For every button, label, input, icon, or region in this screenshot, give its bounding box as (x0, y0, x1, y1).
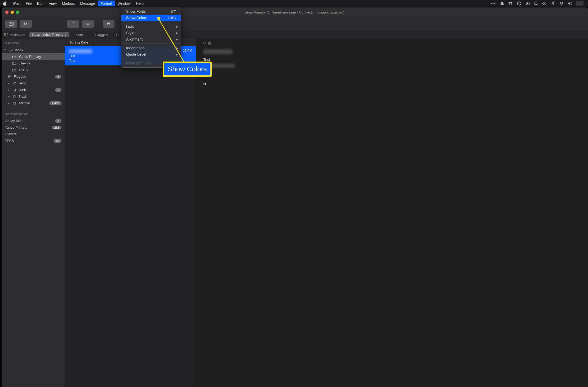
menubar[interactable]: Mail File Edit View Mailbox Message Form… (0, 0, 588, 7)
menu-style[interactable]: Style▶ (121, 30, 181, 36)
count-badge: 232 (52, 126, 61, 129)
menu-format[interactable]: Format (98, 1, 115, 6)
inbox-selector[interactable]: Inbox - Yahoo Primary ⌄ (29, 32, 70, 37)
status-dots-icon[interactable]: ••• (490, 1, 496, 6)
count-badge: 9 (55, 119, 61, 123)
menu-app[interactable]: Mail (11, 1, 23, 6)
sidebar-lifewire[interactable]: Lifewire (2, 60, 65, 67)
traffic-lights (5, 11, 19, 14)
menu-item-label: Show Fonts (126, 9, 146, 14)
preview-subject: Test (203, 58, 581, 62)
sidebar-flagged[interactable]: Flagged 6 (2, 73, 65, 80)
disclosure-triangle-icon[interactable]: ▶ (7, 82, 10, 85)
disclosure-triangle-icon[interactable]: ▼ (4, 49, 6, 51)
menu-file[interactable]: File (23, 1, 34, 6)
smart-lifewire[interactable]: Lifewire (2, 131, 65, 137)
menu-help[interactable]: Help (133, 1, 146, 6)
wifi-icon[interactable] (559, 1, 564, 6)
menu-item-label: Lists (126, 24, 134, 29)
junk-icon (12, 88, 16, 92)
menu-view[interactable]: View (46, 1, 59, 6)
time-machine-icon[interactable] (542, 1, 547, 6)
preview-to: To: (203, 64, 581, 68)
unread-indicator[interactable]: ad (203, 41, 211, 45)
submenu-arrow-icon: ▶ (176, 31, 178, 35)
submenu-arrow-icon: ▶ (176, 46, 178, 50)
menu-indentation[interactable]: Indentation▶ (121, 45, 181, 51)
sidebar-item-label: Yahoo Primary (5, 125, 50, 129)
disclosure-triangle-icon[interactable]: ▶ (7, 95, 10, 98)
junk-button[interactable] (82, 20, 94, 28)
fav-flagged[interactable]: Flagged (93, 32, 110, 38)
get-mail-button[interactable] (5, 20, 17, 28)
disclosure-triangle-icon[interactable]: ▶ (7, 102, 10, 105)
svg-rect-9 (5, 33, 8, 36)
minimize-window-button[interactable] (11, 11, 14, 14)
sidebar-item-label: Yahoo Primary (19, 55, 61, 59)
compose-button[interactable] (20, 20, 32, 28)
sidebar-inbox[interactable]: ▼ Inbox (2, 47, 65, 53)
zoom-window-button[interactable] (16, 11, 19, 14)
apple-logo-icon[interactable] (3, 1, 7, 6)
titlebar: ahoo Primary (1 filtered message - Conne… (2, 7, 588, 17)
menu-item-label: Style (126, 31, 134, 35)
folder-icon (12, 68, 16, 72)
menu-separator (121, 44, 181, 44)
sidebar: Mailboxes ▼ Inbox Yahoo Primary Lifewire… (2, 39, 65, 387)
sidebar-item-label: Archive (19, 101, 47, 105)
disclosure-triangle-icon[interactable]: ▶ (7, 88, 10, 91)
sidebar-tpcs[interactable]: TPCS (2, 67, 65, 73)
mailboxes-toggle[interactable]: Mailboxes (4, 33, 25, 37)
chevron-down-icon: ⌄ (90, 41, 92, 44)
menu-shortcut: ⌘T (170, 10, 176, 14)
notification-icon[interactable] (500, 1, 505, 6)
message-preview-pane: ad Test To: st (196, 39, 588, 387)
count-badge: 7,430 (49, 101, 61, 105)
menu-item-label: Alignment (126, 37, 143, 41)
delete-button[interactable] (67, 20, 79, 28)
sidebar-sent[interactable]: ▶ Sent (2, 80, 65, 86)
sidebar-junk[interactable]: ▶ Junk 6 (2, 86, 65, 93)
smart-on-my-mac[interactable]: On My Mac9 (2, 118, 65, 124)
menu-show-colors[interactable]: Show Colors⇧⌘C (121, 15, 181, 21)
smart-tpcs[interactable]: TPCS46 (2, 137, 65, 144)
cloud-upload-icon[interactable] (525, 1, 530, 6)
archive-button[interactable] (103, 20, 114, 28)
svg-rect-8 (108, 23, 110, 25)
menu-shortcut: ⇧⌘C (167, 16, 176, 20)
menu-edit[interactable]: Edit (34, 1, 46, 6)
dropbox-icon[interactable] (508, 1, 513, 6)
sidebar-item-label: On My Mac (5, 119, 53, 123)
smart-yahoo-primary[interactable]: Yahoo Primary232 (2, 124, 65, 131)
toolbar (2, 17, 588, 31)
sent-icon (12, 81, 16, 85)
submenu-arrow-icon: ▶ (176, 38, 178, 41)
sidebar-yahoo-primary[interactable]: Yahoo Primary (2, 53, 65, 60)
airplay-icon[interactable] (534, 1, 538, 6)
fav-sent[interactable]: Sent ⌄ (74, 32, 89, 38)
menu-mailbox[interactable]: Mailbox (59, 1, 77, 6)
sidebar-trash[interactable]: ▶ Trash (2, 93, 65, 100)
menu-quote-level[interactable]: Quote Level▶ (121, 51, 181, 58)
window-title: ahoo Primary (1 filtered message - Conne… (2, 10, 588, 14)
sidebar-header-mailboxes: Mailboxes (2, 39, 65, 47)
bluetooth-icon[interactable] (551, 1, 555, 6)
sidebar-archive[interactable]: ▶ Archive 7,430 (2, 100, 65, 106)
creative-cloud-icon[interactable] (517, 1, 521, 6)
menu-message[interactable]: Message (77, 1, 98, 6)
volume-icon[interactable] (568, 1, 572, 6)
sidebar-item-label: TPCS (5, 139, 51, 143)
close-window-button[interactable] (5, 11, 8, 14)
menu-lists[interactable]: Lists▶ (121, 23, 181, 30)
message-from: XXXXXXXXXX (69, 49, 92, 53)
archive-icon (12, 101, 16, 105)
menu-show-fonts[interactable]: Show Fonts⌘T (121, 8, 181, 15)
status-unknown (576, 1, 583, 6)
inbox-icon (8, 48, 13, 52)
menu-window[interactable]: Window (115, 1, 133, 6)
favorites-bar: Mailboxes Inbox - Yahoo Primary ⌄ Sent ⌄… (2, 31, 588, 39)
menu-separator (121, 22, 181, 22)
callout-label: Show Colors (163, 62, 212, 77)
fav-drafts[interactable]: D (114, 32, 121, 38)
menu-alignment[interactable]: Alignment▶ (121, 36, 181, 42)
